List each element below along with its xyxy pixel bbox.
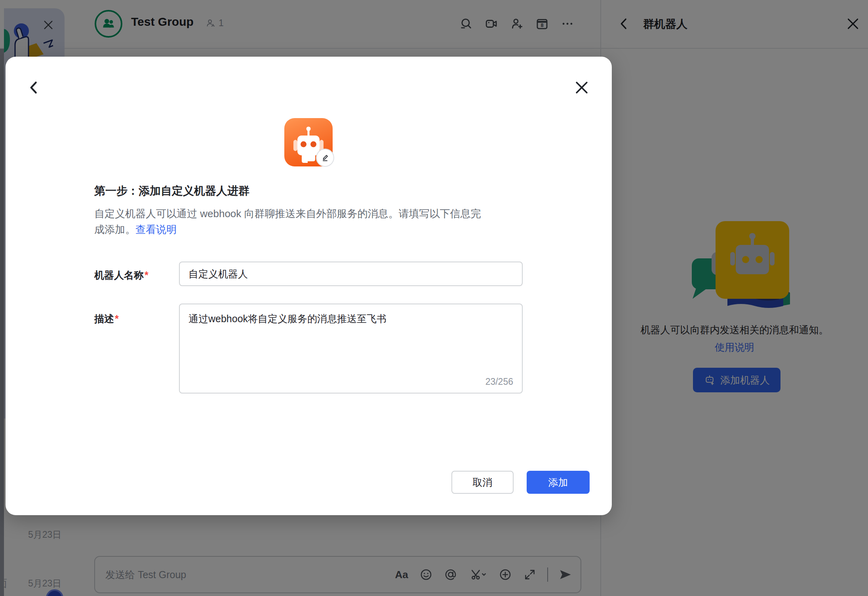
modal-footer: 取消 添加	[451, 471, 590, 494]
required-asterisk: *	[145, 269, 148, 281]
bot-name-input[interactable]	[179, 262, 523, 286]
bot-description-field: 通过webhook将自定义服务的消息推送至飞书 23/256	[179, 304, 523, 394]
modal-step-title: 第一步：添加自定义机器人进群	[94, 183, 249, 199]
add-custom-bot-modal: 第一步：添加自定义机器人进群 自定义机器人可以通过 webhook 向群聊推送来…	[6, 57, 612, 515]
cancel-button[interactable]: 取消	[451, 471, 514, 494]
modal-close-icon[interactable]	[573, 79, 590, 96]
bot-description-label: 描述*	[94, 312, 119, 325]
view-instructions-link[interactable]: 查看说明	[135, 224, 177, 235]
bot-name-label: 机器人名称*	[94, 269, 148, 282]
bot-description-input[interactable]: 通过webhook将自定义服务的消息推送至飞书	[180, 304, 522, 368]
edit-avatar-icon[interactable]	[316, 149, 334, 167]
required-asterisk: *	[115, 313, 119, 324]
bot-avatar[interactable]	[284, 118, 333, 166]
app-window: Test Group 1	[0, 0, 868, 596]
confirm-add-button[interactable]: 添加	[527, 471, 590, 494]
char-counter: 23/256	[485, 376, 513, 387]
modal-back-icon[interactable]	[25, 79, 43, 96]
modal-description: 自定义机器人可以通过 webhook 向群聊推送来自外部服务的消息。请填写以下信…	[94, 206, 534, 237]
